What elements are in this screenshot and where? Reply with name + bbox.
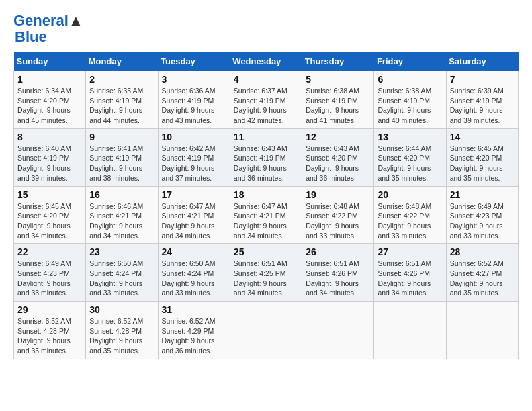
calendar-cell: 14 Sunrise: 6:45 AMSunset: 4:20 PMDaylig… <box>446 128 518 186</box>
calendar-cell: 5 Sunrise: 6:38 AMSunset: 4:19 PMDayligh… <box>302 71 374 129</box>
day-info: Sunrise: 6:52 AMSunset: 4:29 PMDaylight:… <box>162 316 226 356</box>
day-info: Sunrise: 6:38 AMSunset: 4:19 PMDaylight:… <box>378 86 442 126</box>
day-number: 9 <box>89 132 154 142</box>
day-number: 30 <box>89 304 154 315</box>
day-number: 4 <box>234 74 298 85</box>
day-info: Sunrise: 6:51 AMSunset: 4:26 PMDaylight:… <box>306 259 370 298</box>
calendar-cell: 11 Sunrise: 6:43 AMSunset: 4:19 PMDaylig… <box>230 128 302 186</box>
day-info: Sunrise: 6:43 AMSunset: 4:19 PMDaylight:… <box>234 144 298 183</box>
calendar-cell: 13 Sunrise: 6:44 AMSunset: 4:20 PMDaylig… <box>374 128 446 186</box>
calendar-cell: 22 Sunrise: 6:49 AMSunset: 4:23 PMDaylig… <box>14 244 86 302</box>
day-info: Sunrise: 6:34 AMSunset: 4:20 PMDaylight:… <box>17 86 82 126</box>
day-info: Sunrise: 6:39 AMSunset: 4:19 PMDaylight:… <box>450 86 515 126</box>
day-info: Sunrise: 6:46 AMSunset: 4:21 PMDaylight:… <box>89 201 154 241</box>
calendar-cell: 17 Sunrise: 6:47 AMSunset: 4:21 PMDaylig… <box>158 186 230 244</box>
day-number: 1 <box>17 74 82 85</box>
calendar-cell: 30 Sunrise: 6:52 AMSunset: 4:28 PMDaylig… <box>86 302 158 359</box>
day-number: 16 <box>89 189 154 200</box>
logo: General▲ Blue <box>13 13 83 46</box>
day-info: Sunrise: 6:52 AMSunset: 4:28 PMDaylight:… <box>17 316 82 356</box>
calendar-cell: 24 Sunrise: 6:50 AMSunset: 4:24 PMDaylig… <box>158 244 230 302</box>
day-info: Sunrise: 6:42 AMSunset: 4:19 PMDaylight:… <box>162 144 226 183</box>
weekday-header: Sunday <box>14 52 86 71</box>
day-number: 20 <box>378 189 442 200</box>
day-number: 15 <box>17 189 82 200</box>
calendar-week-row: 15 Sunrise: 6:45 AMSunset: 4:20 PMDaylig… <box>14 186 519 244</box>
day-number: 13 <box>378 132 442 142</box>
day-number: 2 <box>89 74 154 85</box>
calendar-cell <box>374 302 446 359</box>
day-number: 26 <box>306 246 370 257</box>
calendar-cell: 8 Sunrise: 6:40 AMSunset: 4:19 PMDayligh… <box>14 128 86 186</box>
day-number: 29 <box>17 304 82 315</box>
calendar-cell: 20 Sunrise: 6:48 AMSunset: 4:22 PMDaylig… <box>374 186 446 244</box>
calendar-cell <box>230 302 302 359</box>
calendar-cell: 25 Sunrise: 6:51 AMSunset: 4:25 PMDaylig… <box>230 244 302 302</box>
day-info: Sunrise: 6:50 AMSunset: 4:24 PMDaylight:… <box>162 259 226 298</box>
day-number: 22 <box>17 246 82 257</box>
calendar-cell: 7 Sunrise: 6:39 AMSunset: 4:19 PMDayligh… <box>446 71 518 129</box>
day-number: 11 <box>234 132 298 142</box>
day-info: Sunrise: 6:37 AMSunset: 4:19 PMDaylight:… <box>234 86 298 126</box>
day-number: 19 <box>306 189 370 200</box>
day-number: 10 <box>162 132 226 142</box>
day-number: 6 <box>378 74 442 85</box>
day-info: Sunrise: 6:47 AMSunset: 4:21 PMDaylight:… <box>162 201 226 241</box>
day-number: 3 <box>162 74 226 85</box>
page-header: General▲ Blue <box>13 13 519 46</box>
day-number: 18 <box>234 189 298 200</box>
calendar-cell: 9 Sunrise: 6:41 AMSunset: 4:19 PMDayligh… <box>86 128 158 186</box>
weekday-header: Wednesday <box>230 52 302 71</box>
day-info: Sunrise: 6:47 AMSunset: 4:21 PMDaylight:… <box>234 201 298 241</box>
calendar-cell: 28 Sunrise: 6:52 AMSunset: 4:27 PMDaylig… <box>446 244 518 302</box>
weekday-header: Monday <box>86 52 158 71</box>
day-number: 5 <box>306 74 370 85</box>
calendar-cell: 19 Sunrise: 6:48 AMSunset: 4:22 PMDaylig… <box>302 186 374 244</box>
calendar-cell <box>302 302 374 359</box>
day-number: 17 <box>162 189 226 200</box>
calendar-cell <box>446 302 518 359</box>
calendar-cell: 23 Sunrise: 6:50 AMSunset: 4:24 PMDaylig… <box>86 244 158 302</box>
day-number: 27 <box>378 246 442 257</box>
calendar-cell: 4 Sunrise: 6:37 AMSunset: 4:19 PMDayligh… <box>230 71 302 129</box>
logo-text: General▲ <box>13 13 83 28</box>
calendar-cell: 18 Sunrise: 6:47 AMSunset: 4:21 PMDaylig… <box>230 186 302 244</box>
weekday-header: Friday <box>374 52 446 71</box>
day-number: 12 <box>306 132 370 142</box>
day-number: 8 <box>17 132 82 142</box>
day-info: Sunrise: 6:44 AMSunset: 4:20 PMDaylight:… <box>378 144 442 183</box>
weekday-header: Tuesday <box>158 52 230 71</box>
weekday-header: Saturday <box>446 52 518 71</box>
day-number: 25 <box>234 246 298 257</box>
calendar-week-row: 22 Sunrise: 6:49 AMSunset: 4:23 PMDaylig… <box>14 244 519 302</box>
calendar-cell: 3 Sunrise: 6:36 AMSunset: 4:19 PMDayligh… <box>158 71 230 129</box>
day-info: Sunrise: 6:49 AMSunset: 4:23 PMDaylight:… <box>17 259 82 298</box>
calendar-cell: 1 Sunrise: 6:34 AMSunset: 4:20 PMDayligh… <box>14 71 86 129</box>
day-info: Sunrise: 6:38 AMSunset: 4:19 PMDaylight:… <box>306 86 370 126</box>
day-number: 31 <box>162 304 226 315</box>
day-info: Sunrise: 6:41 AMSunset: 4:19 PMDaylight:… <box>89 144 154 183</box>
day-number: 7 <box>450 74 515 85</box>
calendar-cell: 2 Sunrise: 6:35 AMSunset: 4:19 PMDayligh… <box>86 71 158 129</box>
calendar-cell: 15 Sunrise: 6:45 AMSunset: 4:20 PMDaylig… <box>14 186 86 244</box>
day-info: Sunrise: 6:48 AMSunset: 4:22 PMDaylight:… <box>306 201 370 241</box>
calendar-cell: 12 Sunrise: 6:43 AMSunset: 4:20 PMDaylig… <box>302 128 374 186</box>
day-number: 23 <box>89 246 154 257</box>
day-info: Sunrise: 6:36 AMSunset: 4:19 PMDaylight:… <box>162 86 226 126</box>
day-number: 28 <box>450 246 515 257</box>
calendar-cell: 29 Sunrise: 6:52 AMSunset: 4:28 PMDaylig… <box>14 302 86 359</box>
calendar-week-row: 1 Sunrise: 6:34 AMSunset: 4:20 PMDayligh… <box>14 71 519 129</box>
day-number: 14 <box>450 132 515 142</box>
calendar-cell: 16 Sunrise: 6:46 AMSunset: 4:21 PMDaylig… <box>86 186 158 244</box>
day-info: Sunrise: 6:51 AMSunset: 4:26 PMDaylight:… <box>378 259 442 298</box>
weekday-header: Thursday <box>302 52 374 71</box>
calendar-week-row: 8 Sunrise: 6:40 AMSunset: 4:19 PMDayligh… <box>14 128 519 186</box>
calendar-cell: 10 Sunrise: 6:42 AMSunset: 4:19 PMDaylig… <box>158 128 230 186</box>
calendar-cell: 27 Sunrise: 6:51 AMSunset: 4:26 PMDaylig… <box>374 244 446 302</box>
day-info: Sunrise: 6:48 AMSunset: 4:22 PMDaylight:… <box>378 201 442 241</box>
day-info: Sunrise: 6:49 AMSunset: 4:23 PMDaylight:… <box>450 201 515 241</box>
day-info: Sunrise: 6:51 AMSunset: 4:25 PMDaylight:… <box>234 259 298 298</box>
day-info: Sunrise: 6:45 AMSunset: 4:20 PMDaylight:… <box>17 201 82 241</box>
calendar-cell: 31 Sunrise: 6:52 AMSunset: 4:29 PMDaylig… <box>158 302 230 359</box>
day-info: Sunrise: 6:52 AMSunset: 4:27 PMDaylight:… <box>450 259 515 298</box>
